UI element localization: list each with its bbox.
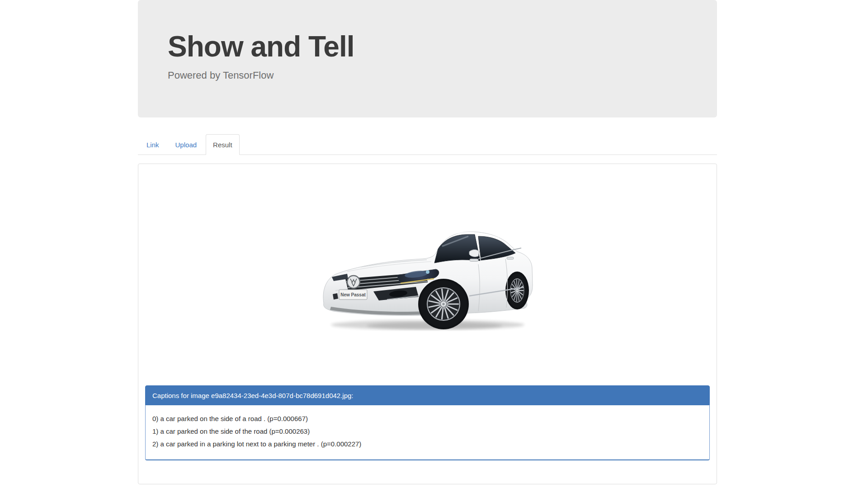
side-mirror bbox=[469, 249, 479, 257]
result-image-area: New Passat bbox=[145, 171, 710, 385]
captions-list: 0) a car parked on the side of a road . … bbox=[145, 405, 710, 460]
caption-item-0: 0) a car parked on the side of a road . … bbox=[152, 414, 703, 424]
result-panel: New Passat bbox=[138, 164, 717, 484]
page-title: Show and Tell bbox=[168, 31, 687, 62]
tab-result[interactable]: Result bbox=[206, 134, 240, 155]
license-plate-text: New Passat bbox=[340, 292, 366, 297]
tab-bar: Link Upload Result bbox=[138, 134, 717, 155]
caption-item-2: 2) a car parked in a parking lot next to… bbox=[152, 439, 703, 449]
captions-panel-header: Captions for image e9a82434-23ed-4e3d-80… bbox=[145, 385, 710, 405]
front-wheel bbox=[420, 281, 467, 328]
caption-item-1: 1) a car parked on the side of the road … bbox=[152, 426, 703, 436]
captions-panel: Captions for image e9a82434-23ed-4e3d-80… bbox=[145, 385, 710, 460]
car-image: New Passat bbox=[319, 223, 536, 334]
rear-wheel bbox=[507, 273, 527, 307]
main-container: Show and Tell Powered by TensorFlow Link… bbox=[138, 0, 717, 484]
tab-upload[interactable]: Upload bbox=[168, 134, 204, 155]
vw-logo-icon bbox=[347, 276, 360, 288]
license-plate: New Passat bbox=[339, 290, 367, 300]
page-subtitle: Powered by TensorFlow bbox=[168, 70, 687, 81]
tab-link[interactable]: Link bbox=[139, 134, 166, 155]
jumbotron: Show and Tell Powered by TensorFlow bbox=[138, 0, 717, 117]
